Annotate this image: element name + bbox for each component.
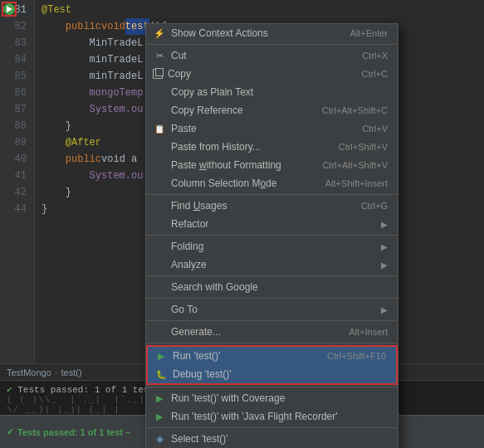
menu-label-select-test: Select 'test()' <box>171 433 228 445</box>
menu-label-folding: Folding <box>171 241 203 252</box>
separator-8 <box>146 387 398 387</box>
separator-3 <box>146 235 398 236</box>
goto-icon <box>153 303 166 316</box>
menu-label-paste-history: Paste from History... <box>171 141 261 153</box>
menu-go-to[interactable]: Go To ▶ <box>146 300 398 319</box>
play-flight-icon: ▶ <box>153 410 166 423</box>
run-gutter-box <box>2 2 17 17</box>
status-check-icon: ✔ <box>7 426 14 437</box>
menu-run-test[interactable]: ▶ Run 'test()' Ctrl+Shift+F10 <box>148 347 396 365</box>
line-num-85: 85 <box>0 68 27 85</box>
line-num-83: 83 <box>0 35 27 51</box>
line-num-82: 82 <box>0 18 27 35</box>
breadcrumb-separator: › <box>55 368 58 377</box>
menu-copy-plain[interactable]: Copy as Plain Text <box>146 83 398 101</box>
menu-label-generate: Generate... <box>171 326 221 338</box>
separator-6 <box>146 320 398 321</box>
menu-item-left: ▶ Run 'test()' with 'Java Flight Recorde… <box>153 410 338 423</box>
menu-item-left: Folding <box>153 240 203 253</box>
paste-icon: 📋 <box>153 122 166 135</box>
menu-paste[interactable]: 📋 Paste Ctrl+V <box>146 119 398 138</box>
menu-paste-history[interactable]: Paste from History... Ctrl+Shift+V <box>146 138 398 156</box>
menu-copy[interactable]: Copy Ctrl+C <box>146 65 398 83</box>
menu-run-flight[interactable]: ▶ Run 'test()' with 'Java Flight Recorde… <box>146 407 398 426</box>
line-num-42: 42 <box>0 184 27 201</box>
menu-item-left: ▶ Run 'test()' with Coverage <box>153 392 285 405</box>
goto-arrow: ▶ <box>381 305 388 314</box>
menu-item-left: Generate... <box>153 325 221 338</box>
menu-paste-no-format[interactable]: Paste without Formatting Ctrl+Alt+Shift+… <box>146 156 398 174</box>
menu-label-cut: Cut <box>171 50 187 61</box>
line83-content: MinTradeL <box>90 35 144 51</box>
menu-label-copy-reference: Copy Reference <box>171 105 243 116</box>
menu-run-coverage[interactable]: ▶ Run 'test()' with Coverage <box>146 389 398 407</box>
menu-item-left: Analyze <box>153 258 207 271</box>
shortcut-generate: Alt+Insert <box>349 327 388 337</box>
copy-ref-icon <box>153 104 166 117</box>
run-debug-group: ▶ Run 'test()' Ctrl+Shift+F10 🐛 Debug 't… <box>146 345 398 385</box>
shortcut-column-selection: Alt+Shift+Insert <box>325 178 388 188</box>
line88-content: } <box>66 118 71 134</box>
line85-content: minTradeL <box>90 68 144 85</box>
shortcut-paste-no-format: Ctrl+Alt+Shift+V <box>322 160 388 170</box>
separator-5 <box>146 298 398 299</box>
play-icon: ▶ <box>154 349 168 363</box>
menu-item-left: Paste without Formatting <box>153 158 281 172</box>
copy-icon <box>153 69 163 79</box>
breadcrumb-method[interactable]: test() <box>61 368 81 377</box>
menu-item-left: Paste from History... <box>153 140 261 153</box>
menu-item-left: Find Usages <box>153 199 227 212</box>
generate-icon <box>153 325 166 338</box>
menu-show-context-actions[interactable]: ⚡ Show Context Actions Alt+Enter <box>146 24 398 42</box>
menu-column-selection[interactable]: Column Selection Mode Alt+Shift+Insert <box>146 174 398 192</box>
menu-label-run-test: Run 'test()' <box>173 350 220 362</box>
line-num-89: 89 <box>0 134 27 151</box>
bug-icon: 🐛 <box>154 368 168 381</box>
annotation-after: @After <box>66 134 101 151</box>
menu-debug-test[interactable]: 🐛 Debug 'test()' <box>148 365 396 383</box>
annotation-test: @Test <box>42 2 71 18</box>
menu-label-run-flight: Run 'test()' with 'Java Flight Recorder' <box>171 411 338 422</box>
folding-arrow: ▶ <box>381 242 388 251</box>
shortcut-run-test: Ctrl+Shift+F10 <box>327 351 386 361</box>
menu-cut[interactable]: ✂ Cut Ctrl+X <box>146 46 398 65</box>
menu-item-left: Copy Reference <box>153 104 243 117</box>
line87-content: System.ou <box>90 101 144 118</box>
separator-9 <box>146 427 398 428</box>
menu-select-test[interactable]: ◈ Select 'test()' <box>146 430 398 448</box>
menu-label-run-coverage: Run 'test()' with Coverage <box>171 392 285 404</box>
menu-item-left: Copy as Plain Text <box>153 85 253 99</box>
line-num-40: 40 <box>0 151 27 168</box>
lightning-icon: ⚡ <box>153 27 166 40</box>
separator-2 <box>146 194 398 195</box>
line-num-84: 84 <box>0 51 27 68</box>
shortcut-find-usages: Ctrl+G <box>361 201 388 211</box>
menu-label-paste: Paste <box>171 123 197 134</box>
context-menu: ⚡ Show Context Actions Alt+Enter ✂ Cut C… <box>145 23 398 448</box>
refactor-arrow: ▶ <box>381 220 388 229</box>
code-line-81: @Test <box>42 2 477 18</box>
line84-content: minTradeL <box>90 51 144 68</box>
paste-no-format-icon <box>153 158 166 172</box>
select-icon: ◈ <box>153 432 166 446</box>
analyze-icon <box>153 258 166 271</box>
menu-refactor[interactable]: Refactor ▶ <box>146 215 398 233</box>
check-icon: ✔ <box>7 385 12 395</box>
menu-folding[interactable]: Folding ▶ <box>146 237 398 256</box>
line-num-41: 41 <box>0 168 27 184</box>
line42-content: } <box>66 184 71 201</box>
menu-copy-reference[interactable]: Copy Reference Ctrl+Alt+Shift+C <box>146 101 398 119</box>
line-num-44: 44 <box>0 201 27 217</box>
menu-item-left: ✂ Cut <box>153 49 187 62</box>
line-num-88: 88 <box>0 118 27 134</box>
menu-generate[interactable]: Generate... Alt+Insert <box>146 323 398 341</box>
menu-find-usages[interactable]: Find Usages Ctrl+G <box>146 197 398 215</box>
find-icon <box>153 199 166 212</box>
kw-public: public <box>66 18 101 35</box>
menu-item-left: 🐛 Debug 'test()' <box>154 368 232 381</box>
menu-search-google[interactable]: Search with Google <box>146 278 398 296</box>
menu-label-find-usages: Find Usages <box>171 200 227 212</box>
menu-analyze[interactable]: Analyze ▶ <box>146 256 398 274</box>
breadcrumb-class[interactable]: TestMongo <box>7 368 51 377</box>
line41-content: System.ou <box>90 168 144 184</box>
